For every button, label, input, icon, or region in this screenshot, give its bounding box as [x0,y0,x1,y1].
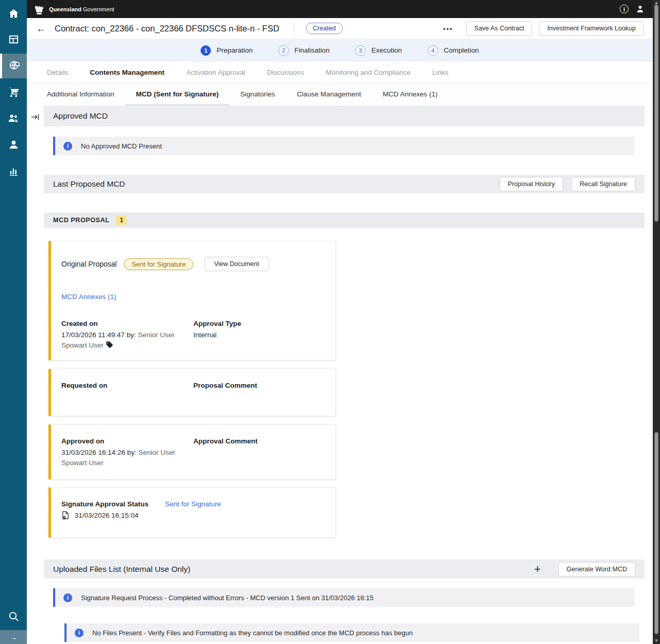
sent-for-signature-link[interactable]: Sent for Signature [165,500,221,508]
approval-type-value: Internal [193,330,325,340]
subtab-signatories[interactable]: Signatories [229,84,286,106]
sidebar-item-search[interactable] [0,605,27,630]
no-approved-mcd-alert: i No Approved MCD Present [53,137,634,155]
info-circle-icon: i [63,593,72,602]
sidebar-item-home[interactable] [0,2,27,27]
app-window: → Queensland Government i ← Contract: co… [0,0,660,644]
sourcing-globe-icon [9,59,21,73]
add-icon[interactable]: + [534,564,541,575]
collapse-panel-icon[interactable] [31,113,40,123]
approved-mcd-section-header: Approved MCD [44,106,645,126]
alert-text: No Files Present - Verify Files and Form… [92,629,412,637]
approved-on-field: Approved on 31/03/2026 16:14:26 by: Seni… [61,437,193,468]
suppliers-icon [8,112,20,126]
sidebar-item-dashboard[interactable] [0,28,27,53]
scrollbar-thumb-upper[interactable] [654,5,658,222]
dashboard-icon [8,34,20,47]
subtab-mcd-annexes[interactable]: MCD Annexes (1) [372,84,449,106]
uploaded-files-section-header: Uploaded Files List (Internal Use Only) … [44,559,645,579]
account-icon[interactable] [636,5,645,13]
status-badge: Created [306,23,343,34]
save-as-contract-button[interactable]: Save As Contract [466,21,533,36]
sidebar-item-profile[interactable] [0,133,27,158]
investment-framework-lookup-button[interactable]: Investment Framework Lookup [539,21,644,36]
alert-text: No Approved MCD Present [81,142,162,150]
tab-details[interactable]: Details [36,62,79,83]
view-document-button[interactable]: View Document [205,257,268,271]
tab-monitoring-and-compliance[interactable]: Monitoring and Compliance [315,62,421,83]
last-proposed-mcd-section-header: Last Proposed MCD Proposal History Recal… [44,175,645,193]
sent-for-signature-pill: Sent for Signature [124,258,193,270]
proposal-name: Original Proposal [61,260,117,268]
step-label: Completion [444,46,479,54]
approval-comment-field: Approval Comment [193,437,325,468]
section-title: Last Proposed MCD [53,179,125,189]
step-finalisation[interactable]: 2 Finalisation [278,45,329,56]
info-circle-icon: i [75,629,84,637]
signature-status-card: Signature Approval Status Sent for Signa… [48,487,336,538]
sidebar-item-sourcing[interactable] [0,54,27,78]
info-icon[interactable]: i [620,5,629,13]
subtab-mcd-sent-for-signature[interactable]: MCD (Sent for Signature) [125,84,230,106]
expand-arrow-icon: → [10,633,17,641]
section-title: Uploaded Files List (Internal Use Only) [53,565,190,574]
vertical-scrollbar[interactable]: ▲ ▼ [653,0,660,644]
main-tab-bar: Details Contents Management Activation A… [27,62,653,84]
step-number: 3 [355,45,366,56]
approved-on-card: Approved on 31/03/2026 16:14:26 by: Seni… [48,424,336,480]
generate-word-mcd-button[interactable]: Generate Word MCD [558,562,635,576]
subtab-additional-information[interactable]: Additional Information [36,84,125,106]
sidebar-item-cart[interactable] [0,80,27,105]
mcd-proposal-header: MCD PROPOSAL 1 [44,212,645,228]
left-gutter [27,106,44,644]
title-divider [294,22,294,35]
signature-timestamp: 31/03/2026 16:15:04 [75,511,139,519]
info-circle-icon: i [63,142,72,151]
mcd-annexes-link[interactable]: MCD Annexes (1) [61,293,117,301]
user-icon [8,139,20,153]
signature-process-alert: i Signature Request Process - Completed … [53,588,634,607]
tab-contents-management[interactable]: Contents Management [79,62,175,83]
back-arrow-icon[interactable]: ← [36,23,46,34]
top-header: Queensland Government i [27,0,653,18]
section-title: MCD PROPOSAL [53,217,109,224]
created-on-field: Created on 17/03/2026 11:49:47 by: Senio… [61,320,193,351]
step-number: 2 [278,45,289,56]
proposal-history-button[interactable]: Proposal History [500,177,564,191]
more-ellipsis-icon[interactable]: ••• [443,25,453,32]
created-timestamp: 17/03/2026 11:49:47 by: [61,331,136,339]
tag-icon [106,341,113,352]
scroll-down-arrow[interactable]: ▼ [653,639,660,643]
original-proposal-card: Original Proposal Sent for Signature Vie… [48,241,336,360]
requested-on-card: Requested on Proposal Comment [48,369,336,416]
step-preparation[interactable]: 1 Preparation [201,45,253,56]
contract-title-bar: ← Contract: con_22366 - con_22366 DFSDSC… [27,18,653,39]
step-execution[interactable]: 3 Execution [355,45,402,56]
step-label: Finalisation [294,46,329,54]
step-label: Preparation [217,46,253,54]
scrollbar-thumb-lower[interactable] [654,432,658,634]
signed-document-icon [61,511,70,523]
subtab-clause-management[interactable]: Clause Management [286,84,372,106]
cart-icon [8,86,20,100]
step-label: Execution [371,46,402,54]
step-completion[interactable]: 4 Completion [428,45,479,56]
recall-signature-button[interactable]: Recall Signature [571,177,635,191]
signature-status-label: Signature Approval Status [61,500,148,508]
sidebar-item-reports[interactable] [0,159,27,184]
sub-tab-bar: Additional Information MCD (Sent for Sig… [27,84,653,106]
proposal-count-badge: 1 [116,216,127,225]
tab-activation-approval[interactable]: Activation Approval [175,62,256,83]
approved-timestamp: 31/03/2026 16:14:26 by: [61,449,137,456]
tab-links[interactable]: Links [421,62,459,83]
page-title: Contract: con_22366 - con_22366 DFSDSCS … [55,24,279,34]
queensland-government-logo[interactable]: Queensland Government [33,4,114,15]
tab-discussions[interactable]: Discussions [256,62,315,83]
org-name: Queensland Government [49,6,114,12]
sidebar-expand-toggle[interactable]: → [0,630,27,644]
section-title: Approved MCD [53,111,108,121]
home-icon [8,8,20,22]
reports-icon [8,165,20,179]
alert-text: Signature Request Process - Completed wi… [81,594,373,602]
sidebar-item-suppliers[interactable] [0,107,27,131]
